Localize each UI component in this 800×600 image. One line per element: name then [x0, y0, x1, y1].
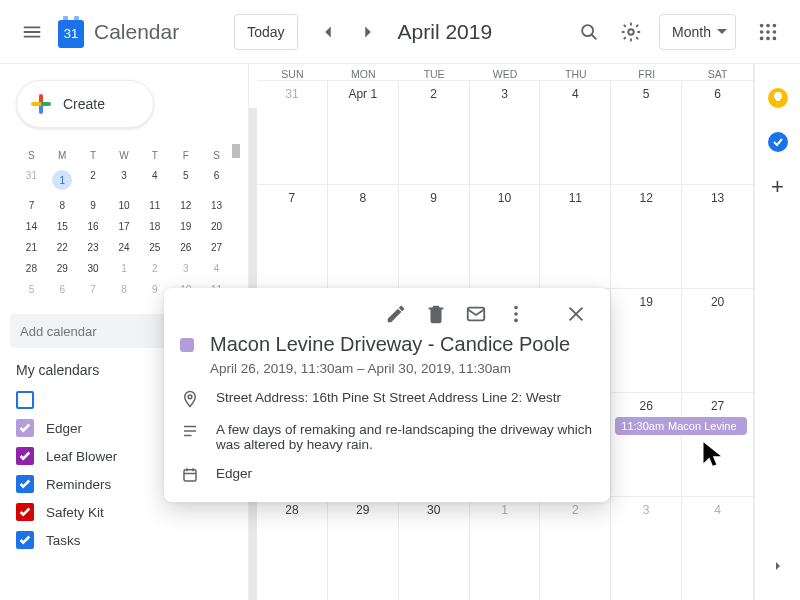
- scrollbar-thumb[interactable]: [232, 144, 240, 158]
- mini-day[interactable]: 20: [201, 216, 232, 237]
- today-button[interactable]: Today: [234, 14, 297, 50]
- day-cell[interactable]: 7: [257, 185, 328, 288]
- mini-day[interactable]: 29: [47, 258, 78, 279]
- day-cell[interactable]: 30: [399, 497, 470, 600]
- tasks-icon[interactable]: [768, 132, 788, 152]
- day-cell[interactable]: 19: [611, 289, 682, 392]
- mini-day[interactable]: 31: [16, 165, 47, 195]
- day-cell[interactable]: 5: [611, 81, 682, 184]
- apps-icon[interactable]: [748, 12, 788, 52]
- day-cell[interactable]: Apr 1: [328, 81, 399, 184]
- mini-day[interactable]: 21: [16, 237, 47, 258]
- mini-day[interactable]: 28: [16, 258, 47, 279]
- mini-day[interactable]: 9: [78, 195, 109, 216]
- mini-calendar[interactable]: SMTWTFS 31123456789101112131415161718192…: [16, 146, 232, 300]
- mini-day[interactable]: 8: [109, 279, 140, 300]
- next-month-button[interactable]: [348, 12, 388, 52]
- day-cell[interactable]: 9: [399, 185, 470, 288]
- mini-day[interactable]: 3: [170, 258, 201, 279]
- collapse-panel-icon[interactable]: [770, 558, 786, 578]
- close-icon[interactable]: [558, 296, 594, 332]
- mini-day[interactable]: 27: [201, 237, 232, 258]
- day-cell[interactable]: 4: [682, 497, 753, 600]
- mini-day[interactable]: 23: [78, 237, 109, 258]
- mini-day[interactable]: 19: [170, 216, 201, 237]
- checkbox[interactable]: [16, 475, 34, 493]
- gear-icon[interactable]: [611, 12, 651, 52]
- mini-day[interactable]: 26: [170, 237, 201, 258]
- mini-day[interactable]: 15: [47, 216, 78, 237]
- mini-day[interactable]: 25: [139, 237, 170, 258]
- mini-day[interactable]: 10: [109, 195, 140, 216]
- mini-day[interactable]: 6: [47, 279, 78, 300]
- day-cell[interactable]: 10: [470, 185, 541, 288]
- mini-day[interactable]: 7: [16, 195, 47, 216]
- day-cell[interactable]: 2611:30amMacon Levine: [611, 393, 682, 496]
- delete-icon[interactable]: [418, 296, 454, 332]
- checkbox[interactable]: [16, 503, 34, 521]
- day-cell[interactable]: 1: [470, 497, 541, 600]
- day-cell[interactable]: 31: [257, 81, 328, 184]
- calendar-item[interactable]: Tasks: [16, 526, 240, 554]
- day-cell[interactable]: 3: [611, 497, 682, 600]
- mini-day[interactable]: 30: [78, 258, 109, 279]
- dow-label: TUE: [399, 64, 470, 80]
- day-cell[interactable]: 2: [540, 497, 611, 600]
- create-button[interactable]: Create: [16, 80, 154, 128]
- mini-day[interactable]: 12: [170, 195, 201, 216]
- checkbox[interactable]: [16, 531, 34, 549]
- day-cell[interactable]: 11: [540, 185, 611, 288]
- day-cell[interactable]: 13: [682, 185, 753, 288]
- svg-point-13: [514, 312, 518, 316]
- day-cell[interactable]: 4: [540, 81, 611, 184]
- search-icon[interactable]: [569, 12, 609, 52]
- mini-day[interactable]: 16: [78, 216, 109, 237]
- mini-day[interactable]: 1: [109, 258, 140, 279]
- more-icon[interactable]: [498, 296, 534, 332]
- view-select[interactable]: Month: [659, 14, 736, 50]
- mini-day[interactable]: 6: [201, 165, 232, 195]
- calendar-item[interactable]: Safety Kit: [16, 498, 240, 526]
- mini-day[interactable]: 24: [109, 237, 140, 258]
- svg-rect-16: [184, 470, 196, 481]
- day-cell[interactable]: 12: [611, 185, 682, 288]
- mini-day[interactable]: 5: [170, 165, 201, 195]
- checkbox[interactable]: [16, 391, 34, 409]
- svg-point-6: [766, 30, 770, 34]
- edit-icon[interactable]: [378, 296, 414, 332]
- mini-day[interactable]: 17: [109, 216, 140, 237]
- mini-day[interactable]: 2: [78, 165, 109, 195]
- day-cell[interactable]: 20: [682, 289, 753, 392]
- mail-icon[interactable]: [458, 296, 494, 332]
- day-cell[interactable]: 28: [257, 497, 328, 600]
- mini-day[interactable]: 1: [47, 165, 78, 195]
- day-cell[interactable]: 6: [682, 81, 753, 184]
- mini-day[interactable]: 7: [78, 279, 109, 300]
- mini-day[interactable]: 11: [139, 195, 170, 216]
- mini-day[interactable]: 18: [139, 216, 170, 237]
- keep-icon[interactable]: [768, 88, 788, 108]
- checkbox[interactable]: [16, 447, 34, 465]
- day-cell[interactable]: 27: [682, 393, 753, 496]
- svg-point-15: [188, 395, 192, 399]
- mini-day[interactable]: 5: [16, 279, 47, 300]
- mini-day[interactable]: 4: [201, 258, 232, 279]
- menu-icon[interactable]: [12, 12, 52, 52]
- add-addon-button[interactable]: +: [771, 176, 784, 198]
- event-popup: Macon Levine Driveway - Candice Poole Ap…: [164, 288, 610, 502]
- mini-day[interactable]: 3: [109, 165, 140, 195]
- day-cell[interactable]: 2: [399, 81, 470, 184]
- mini-day[interactable]: 13: [201, 195, 232, 216]
- checkbox[interactable]: [16, 419, 34, 437]
- mini-day[interactable]: 22: [47, 237, 78, 258]
- mini-day[interactable]: 4: [139, 165, 170, 195]
- mini-day[interactable]: 2: [139, 258, 170, 279]
- mini-day[interactable]: 14: [16, 216, 47, 237]
- day-cell[interactable]: 3: [470, 81, 541, 184]
- event-location: Street Address: 16th Pine St Street Addr…: [216, 390, 594, 408]
- prev-month-button[interactable]: [308, 12, 348, 52]
- calendar-label: Tasks: [46, 533, 81, 548]
- mini-day[interactable]: 8: [47, 195, 78, 216]
- day-cell[interactable]: 8: [328, 185, 399, 288]
- day-cell[interactable]: 29: [328, 497, 399, 600]
